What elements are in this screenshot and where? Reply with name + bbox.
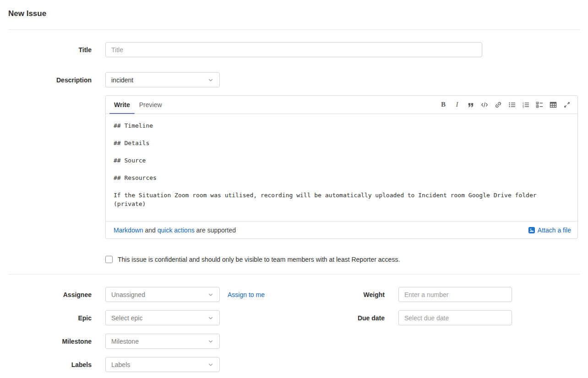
link-icon[interactable] (493, 100, 503, 110)
milestone-select[interactable]: Milestone (105, 334, 220, 349)
editor-header: Write Preview B I (106, 96, 577, 114)
bullet-list-icon[interactable] (507, 100, 517, 110)
chevron-down-icon (207, 338, 214, 345)
metadata-section: Assignee Unassigned Assign to me Epic Se… (8, 287, 580, 378)
task-list-icon[interactable] (534, 100, 544, 110)
description-template-value: incident (111, 76, 133, 84)
metadata-right-column: Weight Due date (307, 287, 512, 378)
labels-select[interactable]: Labels (105, 357, 220, 372)
weight-input[interactable] (398, 287, 512, 302)
quick-actions-link[interactable]: quick actions (158, 227, 195, 234)
epic-row: Epic Select epic (8, 310, 265, 325)
weight-label: Weight (307, 291, 385, 298)
labels-value: Labels (111, 361, 130, 368)
assign-to-me-link[interactable]: Assign to me (228, 291, 265, 298)
fullscreen-icon[interactable] (562, 100, 572, 110)
markdown-editor: Write Preview B I (105, 95, 578, 239)
weight-row: Weight (307, 287, 512, 302)
milestone-label: Milestone (8, 338, 92, 345)
labels-row: Labels Labels (8, 357, 265, 372)
confidential-checkbox[interactable] (105, 256, 113, 263)
header-divider (8, 29, 580, 30)
labels-label: Labels (8, 361, 92, 368)
bold-icon[interactable]: B (438, 100, 448, 110)
markdown-help-text: Markdown and quick actions are supported (114, 227, 236, 234)
due-date-row: Due date (307, 310, 512, 325)
milestone-value: Milestone (111, 338, 139, 345)
and-text: and (143, 227, 158, 234)
page-title: New Issue (8, 0, 580, 18)
description-row: Description incident (8, 72, 580, 87)
assignee-label: Assignee (8, 291, 92, 298)
epic-select[interactable]: Select epic (105, 310, 220, 325)
metadata-left-column: Assignee Unassigned Assign to me Epic Se… (8, 287, 265, 378)
italic-icon[interactable]: I (452, 100, 462, 110)
tab-write[interactable]: Write (109, 96, 135, 113)
assignee-select[interactable]: Unassigned (105, 287, 220, 302)
epic-label: Epic (8, 314, 92, 322)
title-input[interactable] (105, 42, 482, 57)
attach-file-label: Attach a file (538, 227, 571, 234)
editor-row: Write Preview B I (8, 95, 580, 239)
tab-preview[interactable]: Preview (135, 96, 167, 113)
description-template-select[interactable]: incident (105, 72, 220, 87)
numbered-list-icon[interactable]: 123 (521, 100, 531, 110)
description-textarea[interactable]: ## Timeline ## Details ## Source ## Reso… (106, 114, 577, 221)
supported-text: are supported (195, 227, 236, 234)
attach-image-icon (528, 227, 535, 234)
quote-icon[interactable] (466, 100, 476, 110)
description-label: Description (8, 76, 92, 84)
code-icon[interactable] (479, 100, 490, 110)
assignee-row: Assignee Unassigned Assign to me (8, 287, 265, 302)
chevron-down-icon (207, 292, 214, 298)
chevron-down-icon (207, 315, 214, 321)
svg-text:3: 3 (523, 106, 524, 108)
editor-footer: Markdown and quick actions are supported… (106, 221, 577, 238)
milestone-row: Milestone Milestone (8, 334, 265, 349)
title-row: Title (8, 42, 580, 57)
confidential-row: This issue is confidential and should on… (8, 256, 580, 263)
due-date-label: Due date (307, 314, 385, 322)
due-date-input[interactable] (398, 310, 512, 325)
markdown-link[interactable]: Markdown (114, 227, 143, 234)
attach-file-button[interactable]: Attach a file (528, 227, 571, 234)
chevron-down-icon (207, 77, 214, 83)
editor-tabs: Write Preview (109, 96, 167, 113)
section-divider (8, 274, 580, 275)
epic-value: Select epic (111, 314, 142, 322)
title-label: Title (8, 46, 92, 54)
new-issue-form: New Issue Title Description incident Wri… (0, 0, 588, 378)
chevron-down-icon (207, 362, 214, 368)
confidential-label: This issue is confidential and should on… (118, 256, 400, 263)
editor-toolbar: B I 123 (438, 100, 572, 110)
assignee-value: Unassigned (111, 291, 145, 298)
table-icon[interactable] (548, 100, 558, 110)
